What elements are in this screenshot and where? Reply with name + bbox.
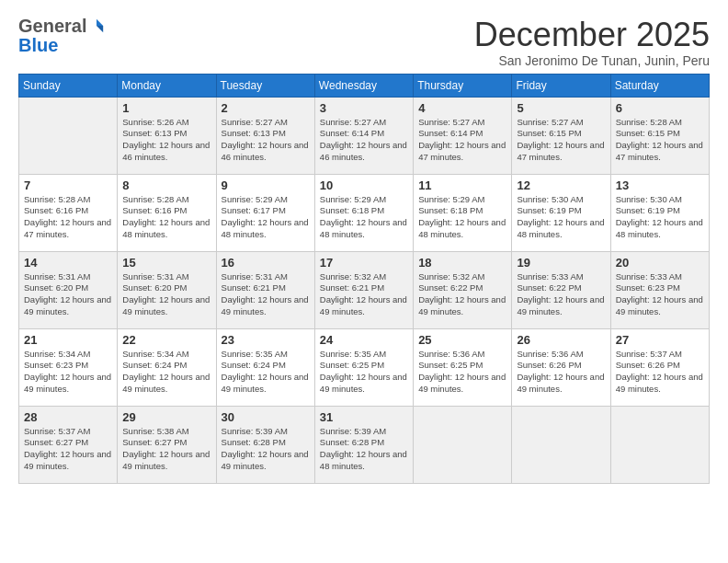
table-row: 24Sunrise: 5:35 AMSunset: 6:25 PMDayligh… xyxy=(314,328,413,406)
day-info: Sunrise: 5:35 AMSunset: 6:24 PMDaylight:… xyxy=(222,349,310,396)
day-info: Sunrise: 5:28 AMSunset: 6:16 PMDaylight:… xyxy=(122,194,210,241)
table-row: 30Sunrise: 5:39 AMSunset: 6:28 PMDayligh… xyxy=(216,406,314,483)
day-number: 24 xyxy=(320,333,408,347)
day-number: 4 xyxy=(418,101,506,115)
table-row: 15Sunrise: 5:31 AMSunset: 6:20 PMDayligh… xyxy=(118,251,216,328)
table-row: 7Sunrise: 5:28 AMSunset: 6:16 PMDaylight… xyxy=(19,174,118,251)
day-info: Sunrise: 5:39 AMSunset: 6:28 PMDaylight:… xyxy=(222,426,310,473)
calendar-week-row: 7Sunrise: 5:28 AMSunset: 6:16 PMDaylight… xyxy=(19,174,710,251)
day-info: Sunrise: 5:31 AMSunset: 6:21 PMDaylight:… xyxy=(222,271,310,318)
day-info: Sunrise: 5:37 AMSunset: 6:27 PMDaylight:… xyxy=(24,426,112,473)
table-row: 31Sunrise: 5:39 AMSunset: 6:28 PMDayligh… xyxy=(314,406,413,483)
day-info: Sunrise: 5:26 AMSunset: 6:13 PMDaylight:… xyxy=(122,117,210,164)
day-number: 16 xyxy=(222,256,310,270)
title-block: December 2025 San Jeronimo De Tunan, Jun… xyxy=(474,17,710,68)
table-row: 26Sunrise: 5:36 AMSunset: 6:26 PMDayligh… xyxy=(512,328,610,406)
table-row: 22Sunrise: 5:34 AMSunset: 6:24 PMDayligh… xyxy=(118,328,216,406)
day-info: Sunrise: 5:29 AMSunset: 6:18 PMDaylight:… xyxy=(320,194,408,241)
calendar: Sunday Monday Tuesday Wednesday Thursday… xyxy=(18,74,710,484)
day-info: Sunrise: 5:36 AMSunset: 6:25 PMDaylight:… xyxy=(418,349,506,396)
logo-general: General xyxy=(18,17,86,35)
day-info: Sunrise: 5:31 AMSunset: 6:20 PMDaylight:… xyxy=(24,271,112,318)
header-friday: Friday xyxy=(512,74,610,97)
day-info: Sunrise: 5:27 AMSunset: 6:14 PMDaylight:… xyxy=(418,117,506,164)
day-info: Sunrise: 5:35 AMSunset: 6:25 PMDaylight:… xyxy=(320,349,408,396)
day-number: 18 xyxy=(418,256,506,270)
calendar-week-row: 21Sunrise: 5:34 AMSunset: 6:23 PMDayligh… xyxy=(19,328,710,406)
day-number: 6 xyxy=(616,101,704,115)
day-number: 7 xyxy=(24,178,112,192)
page: General Blue December 2025 San Jeronimo … xyxy=(0,0,728,563)
day-number: 9 xyxy=(222,178,310,192)
table-row: 6Sunrise: 5:28 AMSunset: 6:15 PMDaylight… xyxy=(610,97,709,174)
table-row: 19Sunrise: 5:33 AMSunset: 6:22 PMDayligh… xyxy=(512,251,610,328)
day-info: Sunrise: 5:36 AMSunset: 6:26 PMDaylight:… xyxy=(517,349,605,396)
day-number: 27 xyxy=(616,333,704,347)
day-info: Sunrise: 5:34 AMSunset: 6:23 PMDaylight:… xyxy=(24,349,112,396)
day-number: 5 xyxy=(517,101,605,115)
header-sunday: Sunday xyxy=(19,74,118,97)
calendar-week-row: 28Sunrise: 5:37 AMSunset: 6:27 PMDayligh… xyxy=(19,406,710,483)
table-row: 1Sunrise: 5:26 AMSunset: 6:13 PMDaylight… xyxy=(118,97,216,174)
day-number: 29 xyxy=(122,410,210,424)
day-info: Sunrise: 5:30 AMSunset: 6:19 PMDaylight:… xyxy=(616,194,704,241)
day-info: Sunrise: 5:30 AMSunset: 6:19 PMDaylight:… xyxy=(517,194,605,241)
day-info: Sunrise: 5:28 AMSunset: 6:16 PMDaylight:… xyxy=(24,194,112,241)
header: General Blue December 2025 San Jeronimo … xyxy=(18,17,710,68)
table-row: 29Sunrise: 5:38 AMSunset: 6:27 PMDayligh… xyxy=(118,406,216,483)
day-info: Sunrise: 5:28 AMSunset: 6:15 PMDaylight:… xyxy=(616,117,704,164)
day-number: 25 xyxy=(418,333,506,347)
day-info: Sunrise: 5:33 AMSunset: 6:23 PMDaylight:… xyxy=(616,271,704,318)
table-row: 12Sunrise: 5:30 AMSunset: 6:19 PMDayligh… xyxy=(512,174,610,251)
day-info: Sunrise: 5:31 AMSunset: 6:20 PMDaylight:… xyxy=(122,271,210,318)
day-number: 19 xyxy=(517,256,605,270)
table-row: 11Sunrise: 5:29 AMSunset: 6:18 PMDayligh… xyxy=(414,174,512,251)
day-number: 2 xyxy=(222,101,310,115)
header-thursday: Thursday xyxy=(414,74,512,97)
table-row: 27Sunrise: 5:37 AMSunset: 6:26 PMDayligh… xyxy=(610,328,709,406)
day-info: Sunrise: 5:34 AMSunset: 6:24 PMDaylight:… xyxy=(122,349,210,396)
logo: General Blue xyxy=(18,17,105,56)
header-tuesday: Tuesday xyxy=(216,74,314,97)
day-number: 11 xyxy=(418,178,506,192)
logo-icon xyxy=(88,17,105,34)
day-number: 12 xyxy=(517,178,605,192)
header-wednesday: Wednesday xyxy=(314,74,413,97)
table-row: 21Sunrise: 5:34 AMSunset: 6:23 PMDayligh… xyxy=(19,328,118,406)
table-row xyxy=(414,406,512,483)
day-number: 3 xyxy=(320,101,408,115)
day-info: Sunrise: 5:33 AMSunset: 6:22 PMDaylight:… xyxy=(517,271,605,318)
day-number: 20 xyxy=(616,256,704,270)
table-row: 3Sunrise: 5:27 AMSunset: 6:14 PMDaylight… xyxy=(314,97,413,174)
day-number: 14 xyxy=(24,256,112,270)
table-row: 16Sunrise: 5:31 AMSunset: 6:21 PMDayligh… xyxy=(216,251,314,328)
day-number: 26 xyxy=(517,333,605,347)
day-number: 23 xyxy=(222,333,310,347)
day-info: Sunrise: 5:32 AMSunset: 6:21 PMDaylight:… xyxy=(320,271,408,318)
day-number: 21 xyxy=(24,333,112,347)
table-row xyxy=(512,406,610,483)
table-row: 20Sunrise: 5:33 AMSunset: 6:23 PMDayligh… xyxy=(610,251,709,328)
day-number: 28 xyxy=(24,410,112,424)
table-row: 2Sunrise: 5:27 AMSunset: 6:13 PMDaylight… xyxy=(216,97,314,174)
day-info: Sunrise: 5:27 AMSunset: 6:13 PMDaylight:… xyxy=(222,117,310,164)
header-saturday: Saturday xyxy=(610,74,709,97)
day-info: Sunrise: 5:38 AMSunset: 6:27 PMDaylight:… xyxy=(122,426,210,473)
day-info: Sunrise: 5:27 AMSunset: 6:14 PMDaylight:… xyxy=(320,117,408,164)
day-info: Sunrise: 5:29 AMSunset: 6:18 PMDaylight:… xyxy=(418,194,506,241)
table-row: 25Sunrise: 5:36 AMSunset: 6:25 PMDayligh… xyxy=(414,328,512,406)
day-number: 8 xyxy=(122,178,210,192)
table-row: 28Sunrise: 5:37 AMSunset: 6:27 PMDayligh… xyxy=(19,406,118,483)
calendar-week-row: 14Sunrise: 5:31 AMSunset: 6:20 PMDayligh… xyxy=(19,251,710,328)
table-row: 23Sunrise: 5:35 AMSunset: 6:24 PMDayligh… xyxy=(216,328,314,406)
table-row: 13Sunrise: 5:30 AMSunset: 6:19 PMDayligh… xyxy=(610,174,709,251)
day-number: 31 xyxy=(320,410,408,424)
day-info: Sunrise: 5:27 AMSunset: 6:15 PMDaylight:… xyxy=(517,117,605,164)
day-number: 17 xyxy=(320,256,408,270)
table-row: 14Sunrise: 5:31 AMSunset: 6:20 PMDayligh… xyxy=(19,251,118,328)
month-title: December 2025 xyxy=(474,17,710,53)
day-number: 1 xyxy=(122,101,210,115)
day-number: 10 xyxy=(320,178,408,192)
day-number: 13 xyxy=(616,178,704,192)
table-row: 5Sunrise: 5:27 AMSunset: 6:15 PMDaylight… xyxy=(512,97,610,174)
